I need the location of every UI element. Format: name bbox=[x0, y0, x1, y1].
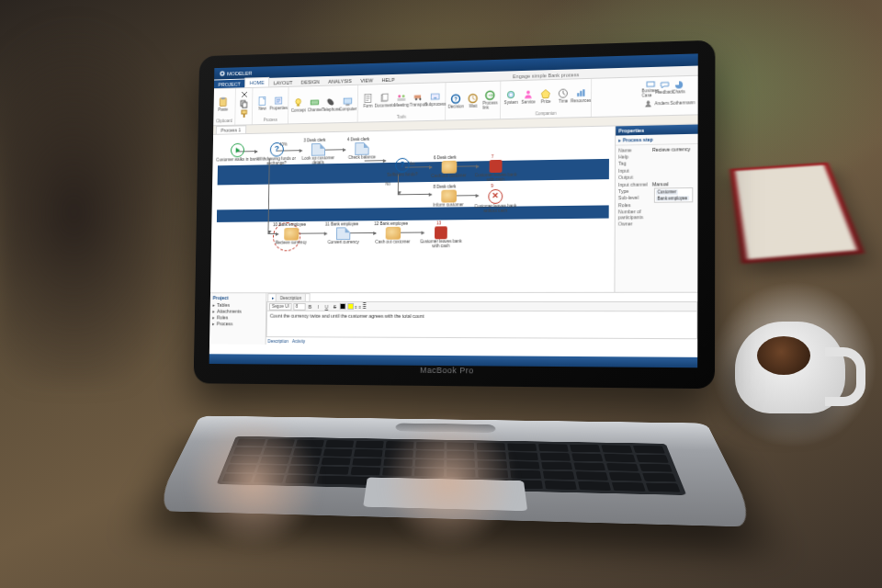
service-button[interactable]: Service bbox=[521, 88, 536, 105]
documents-button[interactable]: Documents bbox=[378, 92, 392, 108]
process-link-button[interactable]: Process link bbox=[483, 90, 498, 110]
book-prop bbox=[729, 163, 865, 264]
proj-process[interactable]: ▸ Process bbox=[212, 320, 263, 326]
resources-button[interactable]: Resources bbox=[573, 87, 588, 104]
system-button[interactable]: System bbox=[503, 89, 518, 106]
tab-analysis[interactable]: ANALYSIS bbox=[323, 76, 356, 85]
prop-owner[interactable] bbox=[652, 209, 695, 215]
feedback-button[interactable]: Feedback bbox=[659, 81, 671, 96]
copy-button[interactable] bbox=[239, 99, 250, 108]
node-check[interactable]: Check balance bbox=[340, 142, 384, 161]
decision-button[interactable]: ?Decision bbox=[448, 93, 463, 109]
user-display[interactable]: Anders Sothermann bbox=[644, 98, 695, 107]
node-lookup[interactable]: Look up customer details bbox=[297, 143, 341, 166]
shoulder-blur bbox=[0, 0, 211, 386]
tab-project[interactable]: PROJECT bbox=[214, 80, 244, 89]
subprocess-button[interactable]: Subprocess bbox=[428, 91, 443, 107]
svg-rect-12 bbox=[311, 100, 319, 105]
description-panel: ▸ Description Segoe UI 8 B I U S ≡ ≡ bbox=[266, 293, 698, 347]
price-button[interactable]: Price bbox=[538, 88, 553, 105]
svg-rect-7 bbox=[243, 114, 244, 118]
node-end-7[interactable]: Customer leaves bank with cash bbox=[473, 160, 519, 184]
node-receive[interactable]: Recieve currency bbox=[269, 228, 312, 246]
role-6: 6 Desk clerk bbox=[434, 155, 457, 160]
italic-button[interactable]: I bbox=[315, 303, 322, 309]
svg-point-18 bbox=[399, 95, 401, 97]
photo-scene: MODELER PROJECT HOME LAYOUT DESIGN ANALY… bbox=[0, 0, 882, 588]
role-3: 3 Desk clerk bbox=[304, 138, 326, 142]
time-button[interactable]: Time bbox=[556, 87, 571, 104]
form-button[interactable]: Form bbox=[361, 93, 376, 109]
channel-button[interactable]: Channel bbox=[308, 96, 322, 112]
brand-icon bbox=[220, 71, 226, 77]
node-end-13[interactable]: Customer leaves bank with cash bbox=[418, 226, 463, 249]
properties-list: NameRecieve currency Help Tag Input Outp… bbox=[616, 144, 698, 216]
node-inform[interactable]: Inform customer bbox=[426, 189, 471, 208]
role-8: 8 Desk clerk bbox=[434, 185, 457, 189]
num-7: 7 bbox=[492, 154, 494, 159]
charts-button[interactable]: Charts bbox=[673, 80, 684, 95]
size-select[interactable]: 8 bbox=[293, 302, 305, 310]
bottom-tab-description[interactable]: Description bbox=[267, 339, 288, 344]
svg-point-38 bbox=[647, 101, 650, 105]
tab-view[interactable]: VIEW bbox=[356, 75, 378, 84]
tab-home[interactable]: HOME bbox=[244, 77, 269, 87]
cut-button[interactable] bbox=[239, 90, 250, 99]
transport-button[interactable]: Transport bbox=[412, 91, 426, 107]
svg-text:?: ? bbox=[454, 96, 458, 101]
highlight-color[interactable] bbox=[347, 303, 354, 310]
ribbon-group-concept: Concept Channel Telephone Computer bbox=[288, 85, 358, 124]
node-decision-2[interactable]: ?Sufficient funds? bbox=[380, 157, 425, 177]
tab-design[interactable]: DESIGN bbox=[297, 77, 324, 86]
edge-no: No bbox=[385, 182, 390, 187]
align-left[interactable]: ≡ bbox=[355, 303, 357, 309]
bold-button[interactable]: B bbox=[307, 303, 314, 309]
strike-button[interactable]: S bbox=[332, 303, 339, 309]
align-center[interactable]: ≡ bbox=[358, 303, 361, 309]
node-cash-12[interactable]: Cash out customer bbox=[370, 227, 415, 245]
process-canvas[interactable]: 40% Yes No Customer walks in bank ?Withd… bbox=[210, 126, 615, 292]
tab-help[interactable]: HELP bbox=[378, 75, 400, 84]
doc-tab-1[interactable]: Process 1 bbox=[216, 125, 246, 133]
telephone-button[interactable]: Telephone bbox=[324, 96, 338, 112]
rte-toolbar: Segoe UI 8 B I U S ≡ ≡ ≣ bbox=[266, 301, 697, 311]
node-convert[interactable]: Convert currency bbox=[322, 227, 366, 245]
prop-roles[interactable]: CustomerBank employee bbox=[652, 187, 695, 206]
desc-tab[interactable]: ▸ Description bbox=[267, 293, 311, 301]
underline-button[interactable]: U bbox=[323, 303, 331, 309]
wait-button[interactable]: Wait bbox=[466, 93, 481, 109]
role-4: 4 Desk clerk bbox=[347, 137, 369, 141]
format-painter-button[interactable] bbox=[238, 109, 249, 119]
node-end-9[interactable]: ✕Customer leaves bank without cash bbox=[472, 189, 518, 214]
svg-rect-13 bbox=[344, 98, 352, 104]
proj-tables[interactable]: ▸ Tables bbox=[212, 301, 263, 308]
ribbon-right: Business Case Feedback Charts Anders Sot… bbox=[641, 76, 698, 116]
new-button[interactable]: New bbox=[255, 96, 269, 111]
svg-point-10 bbox=[296, 98, 301, 104]
tab-layout[interactable]: LAYOUT bbox=[269, 78, 297, 87]
meeting-button[interactable]: Meeting bbox=[394, 92, 409, 108]
computer-button[interactable]: Computer bbox=[341, 96, 355, 112]
properties-button[interactable]: Properties bbox=[272, 95, 286, 110]
screen-bezel: MODELER PROJECT HOME LAYOUT DESIGN ANALY… bbox=[194, 40, 716, 390]
concept-button[interactable]: Concept bbox=[291, 97, 305, 113]
bottom-tab-activity[interactable]: Activity bbox=[292, 339, 305, 344]
role-12: 12 Bank employee bbox=[374, 221, 408, 226]
ribbon-group-clip-small bbox=[235, 88, 253, 125]
proj-attachments[interactable]: ▸ Attachments bbox=[212, 308, 263, 314]
font-color[interactable] bbox=[340, 303, 346, 310]
bullets[interactable]: ≣ bbox=[362, 303, 366, 309]
node-cash-6[interactable]: Cash out customer bbox=[426, 160, 471, 179]
svg-rect-14 bbox=[346, 104, 350, 106]
role-11: 11 Bank employee bbox=[325, 221, 358, 226]
role-10: 10 Bank employee bbox=[273, 222, 306, 227]
ribbon-group-clipboard: Paste Clipboard bbox=[213, 88, 236, 125]
ribbon-group-companion: System Service Price Time Resources Comp… bbox=[501, 79, 592, 119]
svg-rect-17 bbox=[383, 94, 389, 100]
node-decision-1[interactable]: ?Withdrawing funds or exchange? bbox=[255, 142, 299, 167]
brand-text: MODELER bbox=[227, 70, 253, 76]
font-select[interactable]: Segoe UI bbox=[269, 302, 292, 310]
paste-button[interactable]: Paste bbox=[216, 96, 230, 112]
node-start[interactable]: Customer walks in bank bbox=[216, 142, 259, 163]
description-editor[interactable]: Count the currency twice and until the c… bbox=[266, 311, 698, 339]
